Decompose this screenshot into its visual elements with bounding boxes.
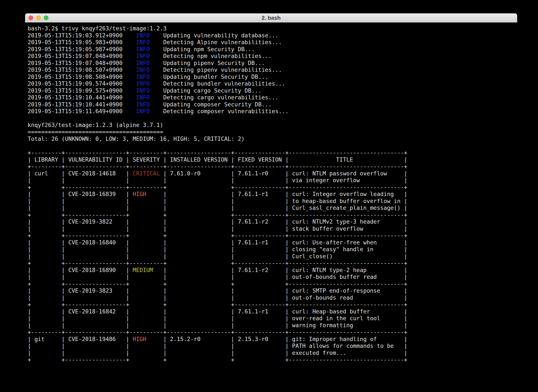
- terminal-line: 2019-05-13T15:19:08.507+0900 INFO Detect…: [28, 66, 517, 74]
- terminal-line: +---------+------------------+----------…: [28, 163, 517, 170]
- terminal-line: 2019-05-13T15:19:10.441+0900 INFO Updati…: [28, 101, 517, 108]
- terminal-line: | | | | | | to heap-based buffer overflo…: [28, 198, 517, 205]
- close-button[interactable]: [28, 15, 33, 20]
- terminal-line: | | | | | | warning formatting |: [28, 322, 517, 329]
- terminal-line: 2019-05-13T15:19:03.912+0900 INFO Updati…: [28, 32, 517, 39]
- terminal-line: | | | | | | executed from... |: [28, 350, 517, 357]
- terminal-line: + +------------------+ + + +------------…: [28, 356, 517, 363]
- terminal-line: | | | | | | Curl_sasl_create_plain_messa…: [28, 205, 517, 211]
- terminal-line: knqyf263/test-image:1.2.3 (alpine 3.7.1): [28, 122, 517, 129]
- terminal-line: bash-3.2$ trivy knqyf263/test-image:1.2.…: [28, 25, 517, 32]
- terminal-line: | curl | CVE-2018-14618 | CRITICAL | 7.6…: [28, 170, 517, 177]
- terminal-window: 2. bash bash-3.2$ trivy knqyf263/test-im…: [25, 13, 517, 375]
- terminal-line: | | CVE-2019-3823 | | | | curl: SMTP end…: [28, 287, 517, 294]
- window-title: 2. bash: [25, 15, 517, 21]
- terminal-line: | | | | | | out-of-bounds buffer read |: [28, 274, 517, 280]
- terminal-line: Total: 26 (UNKNOWN: 0, LOW: 3, MEDIUM: 1…: [28, 135, 517, 142]
- title-bar[interactable]: 2. bash: [25, 13, 517, 23]
- terminal-line: | | | | | | out-of-bounds read |: [28, 294, 517, 301]
- terminal-line: | | | | | | stack buffer overflow |: [28, 225, 517, 232]
- terminal-line: 2019-05-13T15:19:10.441+0900 INFO Detect…: [28, 94, 517, 101]
- terminal-line: | | CVE-2018-16890 | MEDIUM | | 7.61.1-r…: [28, 267, 517, 274]
- terminal-line: +---------+------------------+----------…: [28, 329, 517, 336]
- zoom-button[interactable]: [44, 15, 48, 20]
- terminal-line: 2019-05-13T15:19:09.574+0900 INFO Detect…: [28, 80, 517, 87]
- terminal-line: | | CVE-2018-16842 | | | 7.61.1-r1 | cur…: [28, 308, 517, 315]
- terminal-line: | | CVE-2018-16839 | HIGH | | 7.61.1-r1 …: [28, 191, 517, 198]
- terminal-line: 2019-05-13T15:19:05.987+0900 INFO Updati…: [28, 46, 517, 53]
- terminal-line: 2019-05-13T15:19:07.048+0900 INFO Detect…: [28, 53, 517, 60]
- terminal-line: | | | | | | PATH allows for commands to …: [28, 342, 517, 350]
- terminal-line: | | CVE-2019-3822 | | | 7.61.1-r2 | curl…: [28, 218, 517, 225]
- terminal-line: 2019-05-13T15:19:11.649+0900 INFO Detect…: [28, 108, 517, 115]
- terminal-line: 2019-05-13T15:19:09.575+0900 INFO Updati…: [28, 87, 517, 94]
- terminal-line: | LIBRARY | VULNERABILITY ID | SEVERITY …: [28, 156, 517, 163]
- terminal-line: | | | | | | Curl_close() |: [28, 253, 517, 260]
- terminal-line: | | CVE-2018-16840 | | | 7.61.1-r1 | cur…: [28, 239, 517, 246]
- terminal-line: + +------------------+ + +--------------…: [28, 232, 517, 239]
- minimize-button[interactable]: [36, 15, 41, 20]
- terminal-line: | | | | | | closing "easy" handle in |: [28, 246, 517, 253]
- terminal-line: +---------+------------------+----------…: [28, 149, 517, 156]
- terminal-line: 2019-05-13T15:19:07.048+0900 INFO Updati…: [28, 60, 517, 67]
- terminal-line: | git | CVE-2018-19486 | HIGH | 2.15.2-r…: [28, 336, 517, 343]
- terminal-line: ========================================: [28, 129, 517, 136]
- terminal-line: | | | | | | over-read in the curl tool |: [28, 315, 517, 322]
- terminal-line: + +------------------+ + +--------------…: [28, 301, 517, 308]
- traffic-lights: [28, 13, 48, 22]
- terminal-line: 2019-05-13T15:19:08.508+0900 INFO Updati…: [28, 74, 517, 80]
- terminal-line: + +------------------+----------+ +-----…: [28, 260, 517, 267]
- terminal-line: + +------------------+ + + +------------…: [28, 280, 517, 288]
- terminal-screen[interactable]: bash-3.2$ trivy knqyf263/test-image:1.2.…: [25, 23, 517, 375]
- terminal-line: 2019-05-13T15:19:05.983+0900 INFO Detect…: [28, 39, 517, 46]
- terminal-line: + +------------------+----------+ +-----…: [28, 184, 517, 191]
- terminal-output: bash-3.2$ trivy knqyf263/test-image:1.2.…: [28, 25, 517, 363]
- terminal-line: [28, 115, 517, 122]
- terminal-line: + +------------------+ + +--------------…: [28, 211, 517, 219]
- terminal-line: | | | | | | via integer overflow |: [28, 177, 517, 184]
- terminal-line: [28, 142, 517, 149]
